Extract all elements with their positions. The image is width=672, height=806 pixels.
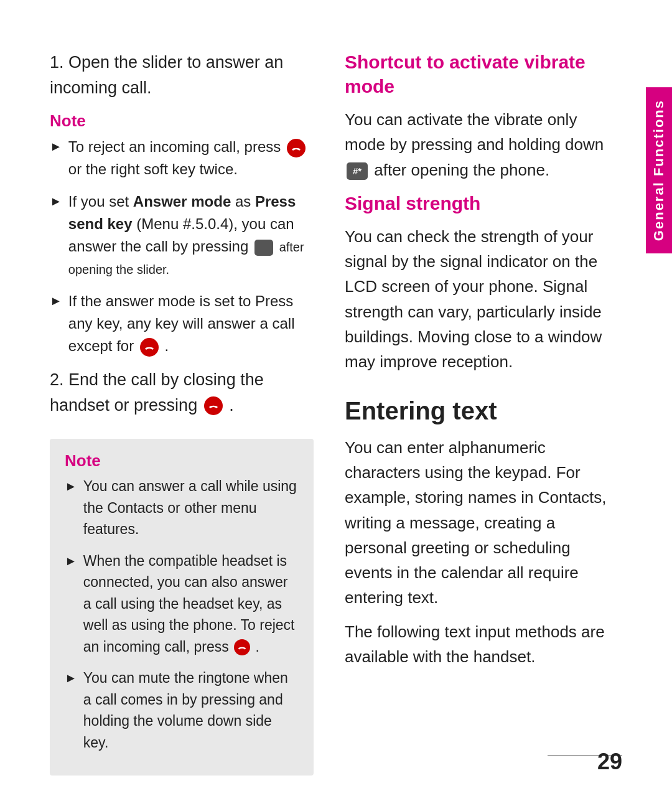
signal-body: You can check the strength of your signa…: [345, 224, 609, 375]
step2-text: 2. End the call by closing the handset o…: [50, 367, 314, 418]
end-call-icon-3: [204, 396, 223, 415]
left-column: 1. Open the slider to answer an incoming…: [50, 50, 314, 756]
note-bullet-arrow-1: ►: [65, 477, 77, 495]
end-call-icon-4: [234, 639, 250, 655]
note1-label: Note: [50, 111, 314, 131]
note-bullet-1-text: You can answer a call while using the Co…: [83, 476, 299, 540]
signal-title: Signal strength: [345, 191, 609, 215]
note-bullet-1: ► You can answer a call while using the …: [65, 476, 299, 540]
main-content: 1. Open the slider to answer an incoming…: [0, 0, 646, 806]
page-number: 29: [597, 749, 622, 775]
entering-body-1: You can enter alphanumeric characters us…: [345, 435, 609, 611]
step1-text: 1. Open the slider to answer an incoming…: [50, 50, 314, 100]
sidebar-tab: General Functions: [646, 0, 672, 806]
bullet-2: ► If you set Answer mode as Press send k…: [50, 190, 314, 280]
bullet-arrow-1: ►: [50, 137, 62, 156]
vibrate-title: Shortcut to activate vibrate mode: [345, 50, 609, 98]
bullet-arrow-2: ►: [50, 192, 62, 210]
note-bullet-3: ► You can mute the ringtone when a call …: [65, 667, 299, 753]
entering-text-title: Entering text: [345, 397, 609, 425]
step2-row: 2. End the call by closing the handset o…: [50, 367, 314, 421]
send-icon: [254, 240, 273, 256]
note-box: Note ► You can answer a call while using…: [50, 439, 314, 776]
bullet-3-text: If the answer mode is set to Press any k…: [68, 290, 314, 357]
bullet-1: ► To reject an incoming call, press or t…: [50, 136, 314, 180]
bullet-2-text: If you set Answer mode as Press send key…: [68, 190, 314, 280]
entering-body-2: The following text input methods are ava…: [345, 619, 609, 670]
right-column: Shortcut to activate vibrate mode You ca…: [345, 50, 609, 756]
bullet-arrow-3: ►: [50, 291, 62, 310]
end-call-icon-2: [140, 338, 159, 357]
page-container: 1. Open the slider to answer an incoming…: [0, 0, 672, 806]
note-bullet-2-text: When the compatible headset is connected…: [83, 550, 299, 658]
sidebar-label: General Functions: [646, 87, 672, 253]
hash-key-icon: #*: [347, 162, 368, 180]
note-bullet-3-text: You can mute the ringtone when a call co…: [83, 667, 299, 753]
note-bullet-arrow-2: ►: [65, 551, 77, 570]
note-bullet-2: ► When the compatible headset is connect…: [65, 550, 299, 658]
vibrate-body: You can activate the vibrate only mode b…: [345, 107, 609, 182]
note-bullet-arrow-3: ►: [65, 668, 77, 687]
note2-label: Note: [65, 451, 299, 471]
end-call-icon-1: [287, 139, 306, 157]
bullet-1-text: To reject an incoming call, press or the…: [68, 136, 314, 180]
bullet-3: ► If the answer mode is set to Press any…: [50, 290, 314, 357]
